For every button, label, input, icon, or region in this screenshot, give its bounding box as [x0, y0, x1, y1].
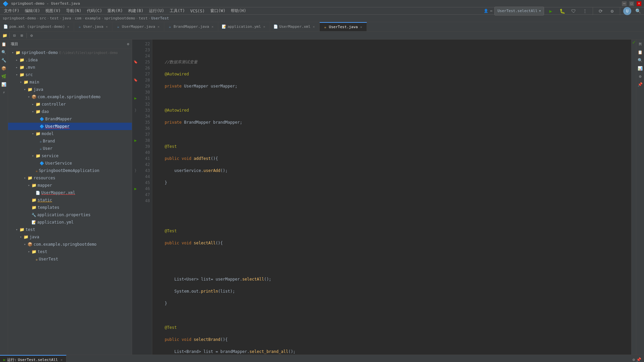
tree-item-resources[interactable]: 📁 resources	[8, 174, 132, 182]
menu-window[interactable]: 窗口(W)	[208, 7, 228, 14]
menu-vcs[interactable]: VCS(S)	[187, 8, 207, 14]
breadcrumb-part-5[interactable]: com	[75, 16, 82, 20]
tree-item-usermapper[interactable]: 🔷 UserMapper	[8, 123, 132, 130]
tree-item-service[interactable]: 📁 service	[8, 152, 132, 160]
window-controls[interactable]: ─ □ ✕	[622, 1, 641, 6]
breadcrumb-part-8[interactable]: test	[139, 16, 148, 20]
tree-item-templates[interactable]: 📁 templates	[8, 204, 132, 211]
tab-usermapper-close[interactable]: ✕	[157, 25, 161, 29]
tree-item-brandmapper[interactable]: 🔷 BrandMapper	[8, 115, 132, 123]
project-view-btn[interactable]: 📁	[1, 32, 8, 39]
tree-item-test-package[interactable]: 📦 com.example.springbootdemo	[8, 241, 132, 248]
tree-item-java[interactable]: 📁 java	[8, 86, 132, 93]
left-tb-icon-2[interactable]: 🔍	[1, 49, 7, 56]
tab-mapperxml-close[interactable]: ✕	[312, 25, 316, 29]
tab-user-close[interactable]: ✕	[105, 25, 109, 29]
tab-user-java[interactable]: ☕ User.java ✕	[74, 22, 113, 31]
avatar[interactable]: U	[623, 7, 631, 15]
menu-refactor[interactable]: 重构(R)	[105, 7, 125, 14]
debug-button[interactable]: 🐛	[557, 6, 567, 16]
search-everywhere[interactable]: 🔍	[633, 6, 643, 16]
tree-item-mvn[interactable]: 📁 .mvn	[8, 64, 132, 71]
left-tb-icon-5[interactable]: 🌿	[1, 73, 7, 80]
tab-pom-xml[interactable]: 📄 pom.xml (springboot-demo) ✕	[0, 22, 74, 31]
run-with-coverage-button[interactable]: 🛡	[569, 6, 578, 16]
menu-file[interactable]: 文件(F)	[1, 7, 22, 14]
left-tb-icon-6[interactable]: 📊	[1, 81, 7, 88]
fold-icon-43[interactable]: }	[135, 168, 137, 174]
right-tb-icon-6[interactable]: 📌	[637, 81, 644, 88]
more-run-options[interactable]: ⋮	[580, 6, 590, 16]
settings-button[interactable]: ⚙	[607, 6, 617, 16]
menu-build[interactable]: 构建(B)	[125, 7, 146, 14]
tree-item-main[interactable]: 📁 main	[8, 78, 132, 86]
run-config-selector[interactable]: UserTest.selectAll ▾	[494, 7, 544, 15]
run-tab-close[interactable]: ✕	[60, 358, 62, 362]
breadcrumb-part-4[interactable]: java	[62, 16, 71, 20]
menu-view[interactable]: 视图(V)	[43, 7, 63, 14]
maximize-button[interactable]: □	[629, 1, 634, 6]
menu-navigate[interactable]: 导航(N)	[63, 7, 84, 14]
left-tb-icon-3[interactable]: 🔧	[1, 57, 7, 64]
update-project-button[interactable]: ⟳	[596, 6, 605, 16]
left-tb-icon-4[interactable]: 📦	[1, 65, 7, 72]
breadcrumb-part-2[interactable]: src	[40, 16, 46, 20]
menu-help[interactable]: 帮助(H)	[228, 7, 249, 14]
run-icon-31[interactable]: ▶	[134, 95, 137, 101]
run-icon-38[interactable]: ▶	[134, 137, 137, 143]
left-tb-icon-1[interactable]: 📋	[1, 41, 7, 48]
breadcrumb-part-6[interactable]: example	[85, 16, 100, 20]
bottom-tab-run[interactable]: ▶ 运行: UserTest.selectAll ✕	[0, 355, 66, 362]
tree-item-userservice[interactable]: 🔷 UserService	[8, 160, 132, 167]
breadcrumb-part-3[interactable]: test	[50, 16, 59, 20]
tab-usertest-close[interactable]: ✕	[359, 25, 363, 29]
tree-item-static[interactable]: 📁 static	[8, 196, 132, 204]
tree-item-test-inner[interactable]: 📁 test	[8, 248, 132, 255]
code-editor[interactable]: 🔖 🔖 ▶ } ▶ } ▶	[132, 40, 636, 355]
tree-item-idea[interactable]: 📁 .idea	[8, 56, 132, 64]
right-tb-icon-1[interactable]: M	[637, 41, 644, 48]
vcs-branch[interactable]: ↔	[490, 9, 493, 13]
right-tb-icon-2[interactable]: 📋	[637, 49, 644, 56]
menu-tools[interactable]: 工具(T)	[167, 7, 188, 14]
tree-item-dao[interactable]: 📁 dao	[8, 108, 132, 115]
tree-item-mapper-folder[interactable]: 📁 mapper	[8, 182, 132, 189]
tab-pom-close[interactable]: ✕	[66, 25, 70, 29]
tree-item-app-properties[interactable]: 🔧 application.properties	[8, 211, 132, 219]
settings-run-icon[interactable]: ⚙	[633, 357, 635, 362]
tab-usertest-java[interactable]: ☕ UserTest.java ✕	[320, 22, 367, 31]
run-button[interactable]: ▶	[546, 6, 555, 16]
tree-item-test-java[interactable]: 📁 java	[8, 233, 132, 241]
pin-run-icon[interactable]: 📌	[636, 357, 641, 362]
tree-item-controller[interactable]: 📁 controller	[8, 101, 132, 108]
code-area[interactable]: 🔖 🔖 ▶ } ▶ } ▶	[132, 40, 636, 355]
tab-yml-close[interactable]: ✕	[262, 25, 266, 29]
right-tb-icon-3[interactable]: 🔍	[637, 57, 644, 64]
collapse-all-btn[interactable]: ⊟	[11, 32, 18, 39]
code-content[interactable]: //数据库测试变量 @Autowired private UserMapper …	[152, 40, 631, 355]
tree-item-usertest[interactable]: ☕ UserTest	[8, 255, 132, 263]
tab-usermapper-xml[interactable]: 📄 UserMapper.xml ✕	[270, 22, 320, 31]
breadcrumb-part-9[interactable]: UserTest	[151, 16, 169, 20]
tree-item-src[interactable]: 📁 src	[8, 71, 132, 78]
expand-all-btn[interactable]: ⊞	[18, 32, 25, 39]
tree-item-package[interactable]: 📦 com.example.springbootdemo	[8, 93, 132, 101]
right-tb-icon-5[interactable]: ⚙	[637, 73, 644, 80]
menu-run[interactable]: 运行(U)	[146, 7, 167, 14]
tree-item-app-yml[interactable]: 📝 application.yml	[8, 219, 132, 226]
fold-icon-33[interactable]: }	[135, 107, 137, 113]
close-button[interactable]: ✕	[637, 1, 641, 6]
left-tb-icon-7[interactable]: ⚡	[1, 89, 7, 96]
breadcrumb-part-7[interactable]: springbootdemo	[104, 16, 135, 20]
tab-brandmapper-close[interactable]: ✕	[211, 25, 215, 29]
menu-code[interactable]: 代码(C)	[84, 7, 105, 14]
tree-item-test-folder[interactable]: 📁 test	[8, 226, 132, 233]
right-tb-icon-4[interactable]: 📊	[637, 65, 644, 72]
minimize-button[interactable]: ─	[622, 1, 627, 6]
menu-edit[interactable]: 编辑(E)	[22, 7, 43, 14]
tree-item-user[interactable]: ☕ User	[8, 145, 132, 152]
settings-tree-btn[interactable]: ⚙	[28, 32, 35, 39]
tree-item-springboot-demo[interactable]: 📁 springboot-demo E:\idea\files\springbo…	[8, 49, 132, 56]
tab-usermapper-java[interactable]: ☕ UserMapper.java ✕	[112, 22, 164, 31]
run-icon-46[interactable]: ▶	[134, 186, 137, 192]
